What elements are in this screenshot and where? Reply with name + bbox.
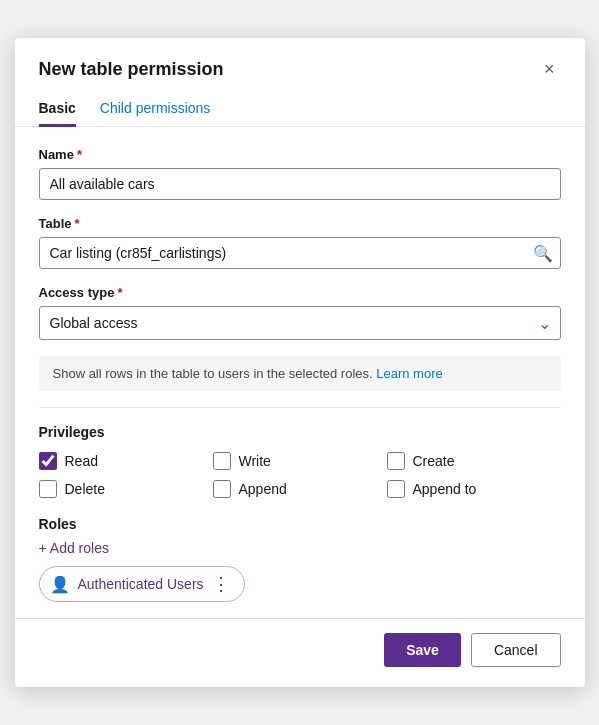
table-required-indicator: * xyxy=(75,216,80,231)
privilege-read-checkbox[interactable] xyxy=(39,452,57,470)
privilege-write-checkbox[interactable] xyxy=(213,452,231,470)
tab-child-permissions[interactable]: Child permissions xyxy=(100,92,210,127)
divider-1 xyxy=(39,407,561,408)
name-input[interactable] xyxy=(39,168,561,200)
dialog-body: Name * Table * 🔍 Access type * Glob xyxy=(15,127,585,618)
info-box: Show all rows in the table to users in t… xyxy=(39,356,561,391)
name-field-group: Name * xyxy=(39,147,561,200)
privilege-delete[interactable]: Delete xyxy=(39,480,213,498)
cancel-button[interactable]: Cancel xyxy=(471,633,561,667)
add-roles-button[interactable]: + Add roles xyxy=(39,540,109,556)
access-type-select-wrap: Global access Team members Owner ⌄ xyxy=(39,306,561,340)
dialog-header: New table permission × xyxy=(15,38,585,80)
privilege-create[interactable]: Create xyxy=(387,452,561,470)
dialog-footer: Save Cancel xyxy=(15,618,585,687)
new-table-permission-dialog: New table permission × Basic Child permi… xyxy=(15,38,585,687)
user-icon: 👤 xyxy=(50,575,70,594)
access-type-label: Access type * xyxy=(39,285,561,300)
name-required-indicator: * xyxy=(77,147,82,162)
privilege-create-checkbox[interactable] xyxy=(387,452,405,470)
learn-more-link[interactable]: Learn more xyxy=(376,366,442,381)
table-search-icon[interactable]: 🔍 xyxy=(533,244,553,263)
privileges-section-title: Privileges xyxy=(39,424,561,440)
table-field-group: Table * 🔍 xyxy=(39,216,561,269)
privilege-write[interactable]: Write xyxy=(213,452,387,470)
roles-section-title: Roles xyxy=(39,516,561,532)
access-type-select[interactable]: Global access Team members Owner xyxy=(39,306,561,340)
tab-basic[interactable]: Basic xyxy=(39,92,76,127)
access-type-required-indicator: * xyxy=(117,285,122,300)
authenticated-users-tag: 👤 Authenticated Users ⋮ xyxy=(39,566,245,602)
privilege-delete-checkbox[interactable] xyxy=(39,480,57,498)
privilege-read[interactable]: Read xyxy=(39,452,213,470)
tab-bar: Basic Child permissions xyxy=(15,80,585,127)
name-label: Name * xyxy=(39,147,561,162)
privilege-append-to-checkbox[interactable] xyxy=(387,480,405,498)
privilege-append-to[interactable]: Append to xyxy=(387,480,561,498)
save-button[interactable]: Save xyxy=(384,633,461,667)
privilege-append[interactable]: Append xyxy=(213,480,387,498)
table-label: Table * xyxy=(39,216,561,231)
table-search-wrap: 🔍 xyxy=(39,237,561,269)
role-tag-label: Authenticated Users xyxy=(78,576,204,592)
close-button[interactable]: × xyxy=(538,58,561,80)
table-input[interactable] xyxy=(39,237,561,269)
privileges-grid: Read Write Create Delete Append Append t… xyxy=(39,452,561,498)
access-type-field-group: Access type * Global access Team members… xyxy=(39,285,561,340)
privilege-append-checkbox[interactable] xyxy=(213,480,231,498)
role-tag-more-button[interactable]: ⋮ xyxy=(212,573,230,595)
dialog-title: New table permission xyxy=(39,59,224,80)
